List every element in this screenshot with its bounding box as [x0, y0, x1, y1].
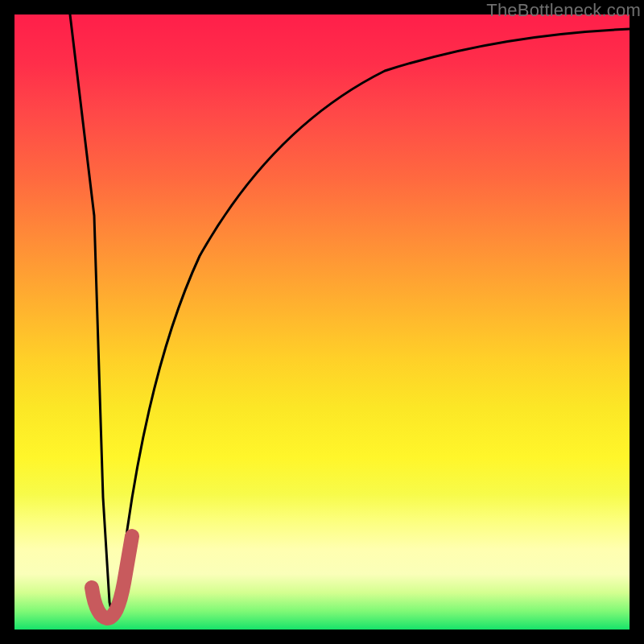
watermark-text: TheBottleneck.com	[486, 0, 641, 21]
chart-frame: TheBottleneck.com	[0, 0, 644, 644]
plot-area	[14, 14, 630, 630]
red-check-mark	[92, 536, 132, 618]
black-curve	[70, 14, 630, 612]
curve-layer	[14, 14, 630, 630]
